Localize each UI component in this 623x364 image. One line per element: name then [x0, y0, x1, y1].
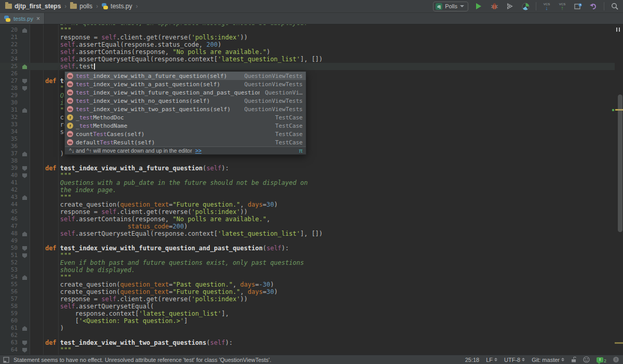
gutter-marker-cell [20, 295, 30, 303]
code-line[interactable]: 58 self.assertQuerysetEqual( [0, 303, 615, 310]
code-line[interactable]: 24 self.assertQuerysetEqual(response.con… [0, 56, 615, 63]
hint-more-link[interactable]: >> [195, 147, 201, 154]
scrollbar-thumb[interactable] [618, 95, 622, 232]
fold-start-icon[interactable] [22, 246, 27, 251]
vcs-commit-button[interactable]: VCS ↑ [557, 1, 567, 11]
code-line[interactable]: 49 [0, 237, 615, 245]
code-line[interactable]: 60 ['<Question: Past question.>'] [0, 317, 615, 325]
code-line[interactable]: 62 [0, 332, 615, 339]
code-line[interactable]: 50 def test_index_view_with_future_quest… [0, 245, 615, 252]
run-button[interactable] [473, 1, 484, 11]
line-number: 51 [0, 252, 20, 259]
line-separator-indicator[interactable]: LF [486, 357, 497, 363]
line-col-indicator[interactable]: 25:18 [465, 357, 480, 363]
code-segment: self [266, 245, 281, 252]
code-line[interactable]: 44 create_question(question_text="Future… [0, 201, 615, 208]
profiler-button[interactable] [520, 1, 531, 11]
tab-tests-py[interactable]: tests.py × [0, 13, 45, 24]
run-with-coverage-button[interactable] [505, 1, 515, 11]
name-part: test [79, 114, 93, 121]
fold-start-icon[interactable] [22, 86, 27, 91]
code-editor[interactable]: 19 If no questions exist, an appropriate… [0, 24, 623, 355]
completion-item[interactable]: mtest_index_view_with_no_questions(self)… [65, 97, 306, 105]
line-number: 29 [0, 92, 20, 99]
code-line[interactable]: 48 self.assertQuerysetEqual(response.con… [0, 230, 615, 237]
fold-end-icon[interactable] [22, 232, 27, 236]
event-log-button[interactable]: ! [613, 357, 619, 362]
fold-end-icon[interactable] [22, 326, 27, 331]
fold-end-icon[interactable] [22, 195, 27, 200]
name-part: _index_view_with_two_past_questions(self… [90, 106, 231, 113]
fold-start-icon[interactable] [22, 166, 27, 171]
code-line[interactable]: 47 status_code=200) [0, 223, 615, 230]
code-line[interactable]: 23 self.assertContains(response, "No pol… [0, 48, 615, 56]
fold-end-icon[interactable] [22, 275, 27, 280]
vcs-update-button[interactable]: VCS ↓ [541, 1, 552, 11]
completion-item[interactable]: mtest_index_view_with_two_past_questions… [65, 105, 306, 113]
gutter-marker-cell [20, 85, 30, 92]
code-line[interactable]: 21 response = self.client.get(reverse('p… [0, 34, 615, 41]
code-line[interactable]: 43 """ [0, 194, 615, 201]
code-line[interactable]: 57 response = self.client.get(reverse('p… [0, 295, 615, 303]
code-segment: self [60, 215, 75, 223]
breadcrumb-item-polls[interactable]: polls [70, 3, 92, 10]
code-segment: days [240, 281, 255, 288]
notifications-button[interactable]: ! 2 [597, 356, 606, 363]
readonly-toggle[interactable] [571, 357, 576, 362]
code-line[interactable]: 20 """ [0, 26, 615, 34]
completion-item[interactable]: mcountTestCases(self)TestCase [65, 130, 306, 138]
run-configuration-selector[interactable]: dj Polls [433, 2, 468, 11]
git-branch-indicator[interactable]: Git: master [532, 357, 564, 363]
code-line[interactable]: 64 """ [0, 346, 615, 354]
code-line[interactable]: 54 """ [0, 274, 615, 281]
code-line[interactable]: 22 self.assertEqual(response.status_code… [0, 41, 615, 48]
code-line[interactable]: 56 create_question(question_text="Future… [0, 288, 615, 295]
code-line[interactable]: 40 """ [0, 172, 615, 179]
code-line[interactable]: 42 the index page. [0, 186, 615, 194]
recent-locations-button[interactable] [573, 1, 583, 11]
debug-button[interactable] [489, 1, 499, 11]
fold-end-icon[interactable] [22, 108, 27, 113]
code-line[interactable]: 39 def test_index_view_with_a_future_que… [0, 165, 615, 172]
code-line[interactable]: 41 Questions with a pub_date in the futu… [0, 179, 615, 186]
code-line[interactable]: 38 [0, 157, 615, 165]
code-line[interactable]: 53 should be displayed. [0, 266, 615, 274]
fold-end-icon[interactable] [22, 64, 27, 69]
undo-button[interactable] [588, 1, 599, 11]
toolwindow-toggle-icon[interactable] [3, 357, 9, 363]
completion-item[interactable]: f_testMethodNameTestCase [65, 122, 306, 130]
code-line[interactable]: 46 self.assertContains(response, "No pol… [0, 215, 615, 223]
error-stripe[interactable] [615, 24, 623, 355]
fold-end-icon[interactable] [22, 28, 27, 33]
code-line[interactable]: 25 self.test [0, 63, 615, 70]
code-line[interactable]: 52 Even if both past and future question… [0, 259, 615, 266]
code-segment: ], []) [300, 56, 322, 63]
encoding-indicator[interactable]: UTF-8 [504, 357, 525, 363]
code-line[interactable]: 63 def test_index_view_with_two_past_que… [0, 339, 615, 346]
code-line[interactable]: 51 """ [0, 252, 615, 259]
fold-start-icon[interactable] [22, 173, 27, 178]
close-icon[interactable]: × [36, 16, 40, 21]
completion-item[interactable]: f_testMethodDocTestCase [65, 113, 306, 122]
code-line[interactable]: 59 response.context['latest_question_lis… [0, 310, 615, 317]
fold-start-icon[interactable] [22, 341, 27, 345]
inspection-profile-button[interactable] [583, 356, 590, 363]
code-text: Qu [30, 92, 67, 99]
code-line[interactable]: 45 response = self.client.get(reverse('p… [0, 208, 615, 215]
code-line[interactable]: 61 ) [0, 325, 615, 332]
gutter-marker-cell [20, 325, 30, 332]
completion-item[interactable]: mtest_index_view_with_future_question_an… [65, 88, 306, 97]
completion-item[interactable]: mtest_index_view_with_a_past_question(se… [65, 80, 306, 88]
fold-end-icon[interactable] [22, 152, 27, 156]
breadcrumb-item-project[interactable]: djtp_first_steps [5, 3, 61, 10]
fold-start-icon[interactable] [22, 348, 27, 353]
search-everywhere-button[interactable] [610, 1, 620, 11]
fold-start-icon[interactable] [22, 253, 27, 258]
toolbar-actions: dj Polls [433, 1, 620, 11]
code-line[interactable]: 55 create_question(question_text="Past q… [0, 281, 615, 288]
completion-item[interactable]: mdefaultTestResult(self)TestCase [65, 138, 306, 146]
gutter-marker-cell [20, 281, 30, 288]
breadcrumb-item-file[interactable]: tests.py [102, 3, 132, 10]
fold-start-icon[interactable] [22, 79, 27, 84]
completion-item[interactable]: mtest_index_view_with_a_future_question(… [65, 72, 306, 80]
